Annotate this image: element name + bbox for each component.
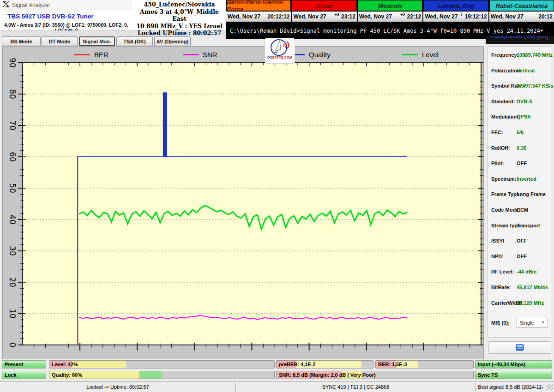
transponder-row: Code Mode:CCM	[488, 207, 552, 214]
mis-selected-value: Single	[520, 320, 534, 326]
tab-signal-mon[interactable]: Signal Mon.	[79, 36, 115, 46]
present-badge: Present	[2, 360, 46, 368]
transponder-row-label: Frequency:	[491, 52, 518, 58]
site-info-panel: PF Prodelin 450_Lučenec/Slovakia Amos 3 …	[132, 0, 226, 30]
transponder-row: Frame Type:Long Frame	[488, 191, 552, 199]
transponder-row: Pilot:OFF	[488, 160, 552, 168]
clock-city-label: Moscow	[358, 0, 422, 11]
app-icon	[3, 1, 9, 9]
input-badge: Input (~40,34 Mbps)	[475, 360, 552, 368]
statusbar-uptime: Locked -> Uptime: 80:02:57	[0, 382, 235, 392]
quality-meter: Quality: 60%	[49, 371, 275, 379]
transponder-row: Frequency:10889,749 MHz	[488, 52, 552, 59]
svg-text:30: 30	[8, 246, 17, 256]
clocks-terminal-block: Berlin-Paris-Vienna-Roma Wed, Nov 2720:1…	[226, 0, 554, 39]
mode-tabs: BS Mode DT Mode Signal Mon. TSA (OK) AV …	[0, 36, 226, 46]
clock-utc-offset: -1	[459, 12, 463, 17]
dxsatcs-logo: DXSATCS.COM	[265, 38, 295, 64]
lock-badge: Lock	[2, 371, 46, 379]
clock-time: 22:12	[407, 13, 422, 20]
site-line-dish: PF Prodelin 450_Lučenec/Slovakia	[132, 0, 226, 8]
logo-text: DXSATCS.COM	[267, 56, 292, 59]
transponder-row-value: 5/6	[517, 130, 524, 135]
transponder-row-value: 0.35	[517, 145, 526, 151]
transponder-row: FEC:5/6	[488, 130, 552, 137]
transponder-row-label: Code Mode:	[491, 207, 520, 213]
svg-text:60: 60	[8, 152, 17, 162]
world-clocks: Berlin-Paris-Vienna-Roma Wed, Nov 2720:1…	[226, 0, 554, 23]
mis-select[interactable]: Single ▼	[517, 318, 548, 328]
clock-date: Wed, Nov 27	[491, 13, 537, 20]
transponder-row: Standard:DVB-S	[488, 99, 552, 106]
statusbar-best-signal: Best signal: 8,5 dB (2024-11-27 20:11)	[476, 382, 545, 392]
tab-dt-mode[interactable]: DT Mode	[42, 36, 78, 46]
transponder-row-value: Long Frame	[517, 191, 546, 197]
clock-date: Wed, Nov 27	[359, 13, 400, 20]
legend-label: Level	[422, 51, 439, 59]
transponder-row-value: -44 dBm	[517, 269, 536, 274]
statusbar-sync-counters: SYNC 419 | TEI 3 | CC 24868	[236, 382, 476, 392]
svg-text:90: 90	[8, 58, 17, 68]
tab-bs-mode[interactable]: BS Mode	[2, 36, 41, 46]
level-legend-line	[402, 54, 418, 55]
svg-text:20: 20	[8, 277, 17, 287]
drive-icon	[516, 344, 524, 351]
ber-legend-line	[74, 54, 90, 55]
clock-time: 23:12	[341, 13, 355, 20]
signal-chart: 0102030405060708090	[3, 47, 483, 359]
tuner-panel: TBS 5927 USB DVB-S2 Tuner 4.0W - Amos 3/…	[0, 10, 132, 30]
transponder-row-value: CCM	[517, 207, 528, 213]
site-line-frequency: 10 890 MHz_V : YES Izrael	[132, 23, 226, 30]
clock-rabat: Rabat-Casablanca Wed, Nov 2720:12	[489, 0, 554, 23]
transponder-row: CarrierWidth:37,120 MHz	[488, 300, 552, 308]
sync-ts-badge: Sync TS	[475, 371, 552, 379]
transponder-row-value: OFF	[517, 238, 527, 244]
transponder-row: RollOff:0.35	[488, 145, 552, 153]
window-titlebar: Signal Analyzer	[0, 0, 132, 10]
transponder-row-value: 10889,749 MHz	[517, 52, 553, 58]
mis-label: MIS (0):	[491, 320, 510, 326]
transponder-row: RF Level:-44 dBm	[488, 269, 552, 276]
transponder-row-label: Modulation:	[491, 114, 520, 119]
transponder-row-label: BitRate:	[491, 285, 511, 290]
clock-london: London, Eng Wed, Nov 27-119:12:12	[423, 0, 489, 23]
transponder-row-value: Transport	[517, 223, 540, 228]
transponder-row-label: Pilot:	[491, 160, 504, 166]
transponder-row-label: RF Level:	[491, 269, 514, 274]
clock-date: Wed, Nov 27	[228, 13, 265, 20]
transponder-row-value: 27497,547 KS/s	[517, 83, 554, 89]
svg-text:80: 80	[8, 89, 17, 99]
transponder-row: Symbol Rate:27497,547 KS/s	[488, 83, 552, 90]
legend-label: BER	[94, 51, 108, 59]
transponder-row-value: OFF	[517, 160, 527, 166]
tab-av[interactable]: AV (Opening)	[154, 36, 191, 46]
signal-chart-panel: 0102030405060708090 BER SNR Quality Leve…	[2, 46, 484, 359]
legend-level: Level	[402, 51, 439, 59]
transponder-row-value: 45,817 Mbit/s	[517, 285, 548, 290]
legend-label: Quality	[309, 51, 331, 59]
transponder-row-label: ISSYI	[491, 238, 504, 244]
transponder-sidebar: Frequency:10889,749 MHzPolarization:Vert…	[486, 44, 554, 359]
snr-meter: SNR: 8,5 dB (Margin: 2,0 dB | Very Poor)	[276, 371, 474, 379]
transponder-row: Stream type:Transport	[488, 223, 552, 230]
transponder-row: BitRate:45,817 Mbit/s	[488, 285, 552, 292]
svg-text:0: 0	[8, 343, 17, 348]
transponder-row: ISSYIOFF	[488, 238, 552, 245]
svg-text:70: 70	[8, 120, 17, 131]
level-meter: Level: 42%	[49, 360, 275, 368]
device-button[interactable]	[488, 341, 551, 354]
statusbar: Locked -> Uptime: 80:02:57 SYNC 419 | TE…	[0, 381, 554, 392]
window-title: Signal Analyzer	[12, 2, 50, 8]
clock-city-label: London, Eng	[423, 0, 488, 11]
tab-tsa[interactable]: TSA (OK)	[116, 36, 153, 46]
svg-text:40: 40	[8, 214, 17, 225]
clock-city-label: Dubai	[292, 0, 356, 11]
transponder-row-value: QPSK	[517, 114, 531, 119]
chevron-down-icon: ▼	[541, 320, 545, 325]
transponder-row-value: Inverted	[517, 176, 536, 182]
transponder-row-label: NPD:	[491, 254, 504, 259]
transponder-row-value: Vertical	[517, 68, 535, 73]
transponder-row-value: 37,120 MHz	[517, 300, 544, 306]
resize-grip[interactable]	[547, 384, 553, 390]
transponder-row: Spectrum:Inverted	[488, 176, 552, 184]
